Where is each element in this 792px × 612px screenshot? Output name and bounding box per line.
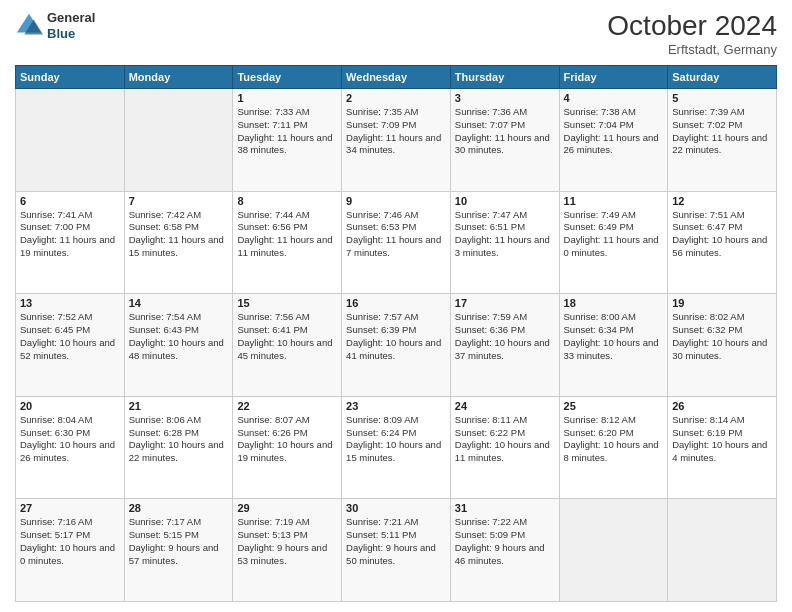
month-title: October 2024: [607, 10, 777, 42]
day-number: 28: [129, 502, 229, 514]
day-header-wednesday: Wednesday: [342, 66, 451, 89]
calendar-cell: [559, 499, 668, 602]
day-info: Sunrise: 7:49 AM Sunset: 6:49 PM Dayligh…: [564, 209, 664, 260]
calendar-cell: 9Sunrise: 7:46 AM Sunset: 6:53 PM Daylig…: [342, 191, 451, 294]
calendar-cell: 8Sunrise: 7:44 AM Sunset: 6:56 PM Daylig…: [233, 191, 342, 294]
day-number: 9: [346, 195, 446, 207]
calendar-cell: 20Sunrise: 8:04 AM Sunset: 6:30 PM Dayli…: [16, 396, 125, 499]
day-number: 16: [346, 297, 446, 309]
day-info: Sunrise: 7:19 AM Sunset: 5:13 PM Dayligh…: [237, 516, 337, 567]
day-number: 29: [237, 502, 337, 514]
calendar-table: SundayMondayTuesdayWednesdayThursdayFrid…: [15, 65, 777, 602]
day-number: 12: [672, 195, 772, 207]
calendar-cell: 18Sunrise: 8:00 AM Sunset: 6:34 PM Dayli…: [559, 294, 668, 397]
calendar-cell: 4Sunrise: 7:38 AM Sunset: 7:04 PM Daylig…: [559, 89, 668, 192]
logo-blue: Blue: [47, 26, 95, 42]
calendar-cell: 13Sunrise: 7:52 AM Sunset: 6:45 PM Dayli…: [16, 294, 125, 397]
day-number: 19: [672, 297, 772, 309]
logo-general: General: [47, 10, 95, 26]
calendar-cell: 22Sunrise: 8:07 AM Sunset: 6:26 PM Dayli…: [233, 396, 342, 499]
calendar-week-3: 13Sunrise: 7:52 AM Sunset: 6:45 PM Dayli…: [16, 294, 777, 397]
day-number: 7: [129, 195, 229, 207]
day-number: 30: [346, 502, 446, 514]
calendar-cell: 23Sunrise: 8:09 AM Sunset: 6:24 PM Dayli…: [342, 396, 451, 499]
day-info: Sunrise: 7:39 AM Sunset: 7:02 PM Dayligh…: [672, 106, 772, 157]
day-number: 14: [129, 297, 229, 309]
logo: General Blue: [15, 10, 95, 41]
day-number: 6: [20, 195, 120, 207]
day-header-tuesday: Tuesday: [233, 66, 342, 89]
day-number: 1: [237, 92, 337, 104]
day-info: Sunrise: 7:59 AM Sunset: 6:36 PM Dayligh…: [455, 311, 555, 362]
day-info: Sunrise: 8:06 AM Sunset: 6:28 PM Dayligh…: [129, 414, 229, 465]
calendar-cell: 26Sunrise: 8:14 AM Sunset: 6:19 PM Dayli…: [668, 396, 777, 499]
calendar-cell: 25Sunrise: 8:12 AM Sunset: 6:20 PM Dayli…: [559, 396, 668, 499]
title-block: October 2024 Erftstadt, Germany: [607, 10, 777, 57]
calendar-cell: 1Sunrise: 7:33 AM Sunset: 7:11 PM Daylig…: [233, 89, 342, 192]
day-number: 25: [564, 400, 664, 412]
day-number: 18: [564, 297, 664, 309]
day-number: 20: [20, 400, 120, 412]
logo-icon: [15, 12, 43, 40]
day-info: Sunrise: 7:21 AM Sunset: 5:11 PM Dayligh…: [346, 516, 446, 567]
calendar-cell: 17Sunrise: 7:59 AM Sunset: 6:36 PM Dayli…: [450, 294, 559, 397]
calendar-cell: 31Sunrise: 7:22 AM Sunset: 5:09 PM Dayli…: [450, 499, 559, 602]
day-info: Sunrise: 7:52 AM Sunset: 6:45 PM Dayligh…: [20, 311, 120, 362]
day-number: 26: [672, 400, 772, 412]
day-number: 22: [237, 400, 337, 412]
calendar-cell: 10Sunrise: 7:47 AM Sunset: 6:51 PM Dayli…: [450, 191, 559, 294]
day-info: Sunrise: 7:22 AM Sunset: 5:09 PM Dayligh…: [455, 516, 555, 567]
day-number: 8: [237, 195, 337, 207]
day-info: Sunrise: 7:16 AM Sunset: 5:17 PM Dayligh…: [20, 516, 120, 567]
day-number: 3: [455, 92, 555, 104]
day-header-saturday: Saturday: [668, 66, 777, 89]
day-info: Sunrise: 7:42 AM Sunset: 6:58 PM Dayligh…: [129, 209, 229, 260]
day-number: 23: [346, 400, 446, 412]
day-number: 17: [455, 297, 555, 309]
location: Erftstadt, Germany: [607, 42, 777, 57]
day-info: Sunrise: 8:14 AM Sunset: 6:19 PM Dayligh…: [672, 414, 772, 465]
calendar-week-1: 1Sunrise: 7:33 AM Sunset: 7:11 PM Daylig…: [16, 89, 777, 192]
calendar-week-4: 20Sunrise: 8:04 AM Sunset: 6:30 PM Dayli…: [16, 396, 777, 499]
calendar-cell: [668, 499, 777, 602]
day-number: 15: [237, 297, 337, 309]
day-info: Sunrise: 7:57 AM Sunset: 6:39 PM Dayligh…: [346, 311, 446, 362]
day-number: 31: [455, 502, 555, 514]
day-info: Sunrise: 7:38 AM Sunset: 7:04 PM Dayligh…: [564, 106, 664, 157]
day-info: Sunrise: 8:04 AM Sunset: 6:30 PM Dayligh…: [20, 414, 120, 465]
day-info: Sunrise: 8:11 AM Sunset: 6:22 PM Dayligh…: [455, 414, 555, 465]
day-header-monday: Monday: [124, 66, 233, 89]
day-info: Sunrise: 8:12 AM Sunset: 6:20 PM Dayligh…: [564, 414, 664, 465]
day-header-friday: Friday: [559, 66, 668, 89]
day-number: 24: [455, 400, 555, 412]
day-header-sunday: Sunday: [16, 66, 125, 89]
day-info: Sunrise: 8:07 AM Sunset: 6:26 PM Dayligh…: [237, 414, 337, 465]
day-info: Sunrise: 7:36 AM Sunset: 7:07 PM Dayligh…: [455, 106, 555, 157]
day-info: Sunrise: 8:09 AM Sunset: 6:24 PM Dayligh…: [346, 414, 446, 465]
calendar-week-2: 6Sunrise: 7:41 AM Sunset: 7:00 PM Daylig…: [16, 191, 777, 294]
day-info: Sunrise: 7:17 AM Sunset: 5:15 PM Dayligh…: [129, 516, 229, 567]
calendar-cell: [16, 89, 125, 192]
day-number: 2: [346, 92, 446, 104]
calendar-cell: 15Sunrise: 7:56 AM Sunset: 6:41 PM Dayli…: [233, 294, 342, 397]
calendar-cell: 7Sunrise: 7:42 AM Sunset: 6:58 PM Daylig…: [124, 191, 233, 294]
calendar-cell: 6Sunrise: 7:41 AM Sunset: 7:00 PM Daylig…: [16, 191, 125, 294]
day-number: 21: [129, 400, 229, 412]
day-number: 4: [564, 92, 664, 104]
day-info: Sunrise: 7:41 AM Sunset: 7:00 PM Dayligh…: [20, 209, 120, 260]
day-number: 11: [564, 195, 664, 207]
calendar-cell: 30Sunrise: 7:21 AM Sunset: 5:11 PM Dayli…: [342, 499, 451, 602]
calendar-cell: 16Sunrise: 7:57 AM Sunset: 6:39 PM Dayli…: [342, 294, 451, 397]
calendar-cell: 21Sunrise: 8:06 AM Sunset: 6:28 PM Dayli…: [124, 396, 233, 499]
calendar-cell: 14Sunrise: 7:54 AM Sunset: 6:43 PM Dayli…: [124, 294, 233, 397]
calendar-cell: 27Sunrise: 7:16 AM Sunset: 5:17 PM Dayli…: [16, 499, 125, 602]
day-number: 10: [455, 195, 555, 207]
calendar-cell: 3Sunrise: 7:36 AM Sunset: 7:07 PM Daylig…: [450, 89, 559, 192]
calendar-cell: 19Sunrise: 8:02 AM Sunset: 6:32 PM Dayli…: [668, 294, 777, 397]
calendar-week-5: 27Sunrise: 7:16 AM Sunset: 5:17 PM Dayli…: [16, 499, 777, 602]
calendar-cell: 5Sunrise: 7:39 AM Sunset: 7:02 PM Daylig…: [668, 89, 777, 192]
day-number: 5: [672, 92, 772, 104]
calendar-cell: 12Sunrise: 7:51 AM Sunset: 6:47 PM Dayli…: [668, 191, 777, 294]
calendar-cell: 11Sunrise: 7:49 AM Sunset: 6:49 PM Dayli…: [559, 191, 668, 294]
day-info: Sunrise: 7:56 AM Sunset: 6:41 PM Dayligh…: [237, 311, 337, 362]
